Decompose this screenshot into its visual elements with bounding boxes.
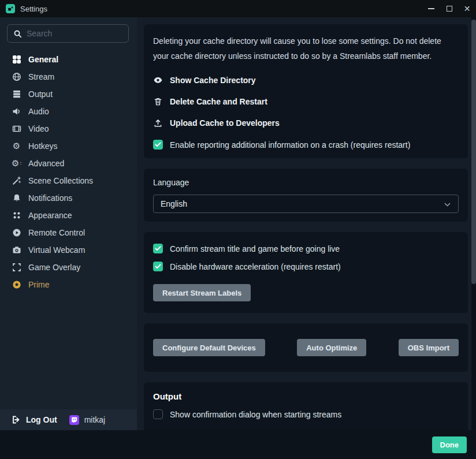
sidebar-item-label: Stream <box>28 72 54 81</box>
action-label: Show Cache Directory <box>170 76 256 85</box>
action-label: Upload Cache to Developers <box>170 118 280 128</box>
output-section-heading: Output <box>153 391 459 401</box>
prime-badge-icon <box>12 280 21 289</box>
checkbox-label: Confirm stream title and game before goi… <box>170 244 340 253</box>
minimize-button[interactable] <box>422 0 440 17</box>
done-button[interactable]: Done <box>432 436 467 453</box>
checkbox-label: Show confirmation dialog when starting s… <box>170 410 341 419</box>
cache-card: Deleting your cache directory will cause… <box>144 24 468 158</box>
language-selected-value: English <box>161 199 187 208</box>
settings-sidebar: General Stream Output Audio Video <box>0 17 137 430</box>
sidebar-item-label: Advanced <box>28 159 64 168</box>
eye-icon <box>153 76 163 84</box>
sidebar-item-label: Game Overlay <box>28 263 80 272</box>
sidebar-item-hotkeys[interactable]: ⚙ Hotkeys <box>0 137 137 155</box>
sidebar-item-label: Scene Collections <box>28 176 93 185</box>
settings-window: Settings ✕ General Strea <box>0 0 476 459</box>
restart-stream-labels-button[interactable]: Restart Stream Labels <box>153 284 251 301</box>
crash-report-checkbox-row[interactable]: Enable reporting additional information … <box>153 140 459 150</box>
cache-warning-text: Deleting your cache directory will cause… <box>153 33 459 64</box>
dots-grid-icon <box>12 211 21 220</box>
sidebar-item-appearance[interactable]: Appearance <box>0 207 137 224</box>
upload-icon <box>153 118 163 128</box>
checkbox-unchecked-icon[interactable] <box>153 409 163 419</box>
search-box[interactable] <box>7 24 129 43</box>
sidebar-item-notifications[interactable]: Notifications <box>0 189 137 207</box>
auto-optimize-button[interactable]: Auto Optimize <box>297 339 366 356</box>
corner-brackets-icon <box>12 263 21 272</box>
scrollbar-thumb[interactable] <box>471 20 476 284</box>
output-card: Output Show confirmation dialog when sta… <box>144 382 468 430</box>
sidebar-footer: Log Out mitkaj <box>0 409 137 430</box>
film-icon <box>12 124 21 133</box>
sidebar-item-output[interactable]: Output <box>0 85 137 103</box>
logout-button[interactable]: Log Out <box>26 415 57 424</box>
checkbox-checked-icon[interactable] <box>153 262 163 271</box>
search-input[interactable] <box>27 29 122 38</box>
action-label: Delete Cache and Restart <box>170 97 267 106</box>
sidebar-nav: General Stream Output Audio Video <box>0 46 137 409</box>
checkbox-label: Enable reporting additional information … <box>170 140 410 150</box>
sidebar-item-label: Virtual Webcam <box>28 245 85 255</box>
sidebar-item-label: Prime <box>28 280 50 289</box>
window-title: Settings <box>20 5 47 13</box>
sidebar-item-advanced[interactable]: ⚙∶ Advanced <box>0 155 137 172</box>
delete-cache-button[interactable]: Delete Cache and Restart <box>153 97 459 106</box>
sidebar-item-label: Video <box>28 124 49 133</box>
sidebar-item-virtual-webcam[interactable]: Virtual Webcam <box>0 241 137 259</box>
gear-icon: ⚙ <box>12 141 21 151</box>
close-icon: ✕ <box>464 5 471 13</box>
sidebar-item-remote-control[interactable]: Remote Control <box>0 224 137 241</box>
checkbox-checked-icon[interactable] <box>153 244 163 253</box>
obs-import-button[interactable]: OBS Import <box>399 339 459 356</box>
trash-icon <box>153 97 163 106</box>
maximize-icon <box>447 6 452 12</box>
language-card: Language English <box>144 169 468 222</box>
window-controls: ✕ <box>422 0 476 17</box>
checkbox-checked-icon[interactable] <box>153 140 163 150</box>
configure-default-devices-button[interactable]: Configure Default Devices <box>153 339 265 356</box>
language-select[interactable]: English <box>153 195 459 213</box>
window-footer: Done <box>0 430 476 459</box>
chevron-down-icon <box>444 203 451 207</box>
sidebar-item-label: Appearance <box>28 211 72 220</box>
sidebar-item-scene-collections[interactable]: Scene Collections <box>0 172 137 189</box>
show-cache-directory-button[interactable]: Show Cache Directory <box>153 76 459 85</box>
minimize-icon <box>428 8 434 9</box>
gears-icon: ⚙∶ <box>12 159 21 168</box>
language-label: Language <box>153 178 459 187</box>
upload-cache-button[interactable]: Upload Cache to Developers <box>153 118 459 128</box>
sidebar-item-audio[interactable]: Audio <box>0 103 137 120</box>
stream-options-card: Confirm stream title and game before goi… <box>144 232 468 313</box>
close-button[interactable]: ✕ <box>458 0 476 17</box>
scrollbar-track[interactable] <box>471 17 476 430</box>
sidebar-item-game-overlay[interactable]: Game Overlay <box>0 259 137 276</box>
twitch-icon <box>69 415 79 425</box>
sidebar-item-general[interactable]: General <box>0 51 137 68</box>
settings-content: Deleting your cache directory will cause… <box>137 17 476 430</box>
maximize-button[interactable] <box>440 0 458 17</box>
streamlabs-app-icon <box>6 4 15 13</box>
tools-card: Configure Default Devices Auto Optimize … <box>144 323 468 372</box>
globe-icon <box>12 72 21 81</box>
sidebar-item-label: Remote Control <box>28 228 85 237</box>
checkbox-label: Disable hardware acceleration (requires … <box>170 262 341 271</box>
confirm-stream-title-checkbox-row[interactable]: Confirm stream title and game before goi… <box>153 244 459 253</box>
sidebar-item-video[interactable]: Video <box>0 120 137 137</box>
sidebar-item-label: Hotkeys <box>28 141 58 151</box>
logout-icon <box>12 415 21 424</box>
sidebar-item-label: Output <box>28 89 53 99</box>
magic-wand-icon <box>12 176 21 185</box>
logged-in-username: mitkaj <box>84 415 106 424</box>
sidebar-item-label: Notifications <box>28 193 72 203</box>
sidebar-item-stream[interactable]: Stream <box>0 68 137 85</box>
grid-icon <box>12 55 21 64</box>
disable-hw-accel-checkbox-row[interactable]: Disable hardware acceleration (requires … <box>153 262 459 271</box>
play-circle-icon <box>12 228 21 237</box>
search-icon <box>13 29 22 38</box>
sidebar-item-prime[interactable]: Prime <box>0 276 137 293</box>
show-confirmation-checkbox-row[interactable]: Show confirmation dialog when starting s… <box>153 409 459 419</box>
sidebar-item-label: Audio <box>28 107 49 116</box>
layers-icon <box>12 89 21 99</box>
camera-icon <box>12 245 21 255</box>
